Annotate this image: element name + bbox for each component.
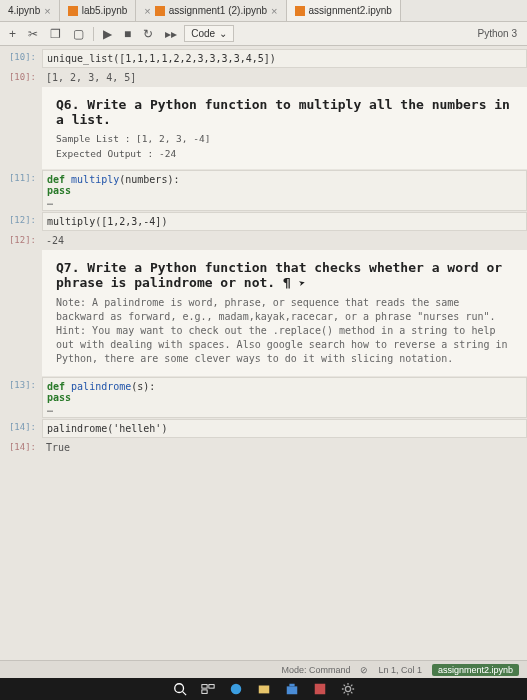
kernel-name[interactable]: Python 3	[478, 28, 523, 39]
cell-input[interactable]: palindrome('helleh')	[42, 419, 527, 438]
close-icon[interactable]: ×	[144, 5, 150, 17]
tab-4-ipynb[interactable]: 4.ipynb ×	[0, 0, 60, 21]
q6-sample-list: Sample List : [1, 2, 3, -4]	[56, 133, 513, 144]
cell-output: [1, 2, 3, 4, 5]	[42, 69, 527, 86]
out-prompt: [14]:	[0, 439, 42, 456]
svg-rect-6	[258, 686, 269, 694]
in-prompt: [12]:	[0, 212, 42, 231]
in-prompt: [14]:	[0, 419, 42, 438]
markdown-cell[interactable]: Q7. Write a Python function that checks …	[0, 250, 527, 376]
stop-button[interactable]: ■	[119, 25, 136, 43]
saved-icon: ⊘	[360, 665, 368, 675]
output-cell: [10]: [1, 2, 3, 4, 5]	[0, 69, 527, 86]
copy-button[interactable]: ❐	[45, 25, 66, 43]
run-all-button[interactable]: ▸▸	[160, 25, 182, 43]
output-cell: [14]: True	[0, 439, 527, 456]
files-icon[interactable]	[257, 682, 271, 696]
svg-rect-4	[201, 690, 206, 694]
edge-icon[interactable]	[229, 682, 243, 696]
cell-output: -24	[42, 232, 527, 249]
tab-assignment1-ipynb[interactable]: × assignment1 (2).ipynb ×	[136, 0, 286, 21]
cell-input[interactable]: def palindrome(s): pass …	[42, 377, 527, 418]
out-prompt: [10]:	[0, 69, 42, 86]
md-prompt	[0, 87, 42, 169]
separator	[93, 27, 94, 41]
svg-rect-7	[286, 686, 297, 694]
store-icon[interactable]	[285, 682, 299, 696]
code-cell[interactable]: [13]: def palindrome(s): pass …	[0, 377, 527, 418]
q7-heading: Q7. Write a Python function that checks …	[56, 260, 513, 290]
tab-bar: 4.ipynb × lab5.ipynb × assignment1 (2).i…	[0, 0, 527, 22]
svg-point-10	[345, 686, 350, 691]
settings-icon[interactable]	[341, 682, 355, 696]
notebook-icon	[155, 6, 165, 16]
notebook-icon	[295, 6, 305, 16]
close-icon[interactable]: ×	[271, 5, 277, 17]
tab-label: assignment1 (2).ipynb	[169, 5, 267, 16]
markdown-cell[interactable]: Q6. Write a Python function to multiply …	[0, 87, 527, 169]
svg-point-0	[174, 684, 183, 693]
code-cell[interactable]: [11]: def multiply(numbers): pass …	[0, 170, 527, 211]
cell-type-dropdown[interactable]: Code ⌄	[184, 25, 234, 42]
code-cell[interactable]: [12]: multiply([1,2,3,-4])	[0, 212, 527, 231]
restart-button[interactable]: ↻	[138, 25, 158, 43]
tab-label: lab5.ipynb	[82, 5, 128, 16]
q7-note: Note: A palindrome is word, phrase, or s…	[56, 296, 513, 366]
ellipsis-icon[interactable]: …	[47, 403, 518, 414]
tab-label: 4.ipynb	[8, 5, 40, 16]
svg-rect-8	[289, 684, 294, 687]
close-icon[interactable]: ×	[44, 5, 50, 17]
cursor-position: Ln 1, Col 1	[378, 665, 422, 675]
cut-button[interactable]: ✂	[23, 25, 43, 43]
svg-line-1	[182, 692, 186, 696]
code-cell[interactable]: [14]: palindrome('helleh')	[0, 419, 527, 438]
q6-expected-output: Expected Output : -24	[56, 148, 513, 159]
q6-heading: Q6. Write a Python function to multiply …	[56, 97, 513, 127]
out-prompt: [12]:	[0, 232, 42, 249]
add-cell-button[interactable]: +	[4, 25, 21, 43]
paste-button[interactable]: ▢	[68, 25, 89, 43]
svg-rect-2	[201, 685, 206, 689]
tab-lab5-ipynb[interactable]: lab5.ipynb	[60, 0, 137, 21]
toolbar: + ✂ ❐ ▢ ▶ ■ ↻ ▸▸ Code ⌄ Python 3	[0, 22, 527, 46]
cell-input[interactable]: multiply([1,2,3,-4])	[42, 212, 527, 231]
search-icon[interactable]	[173, 682, 187, 696]
chevron-down-icon: ⌄	[219, 28, 227, 39]
svg-point-5	[230, 684, 241, 695]
cell-type-label: Code	[191, 28, 215, 39]
cursor-icon: ➤	[297, 276, 307, 290]
notebook-area[interactable]: [10]: unique_list([1,1,1,1,2,2,3,3,3,3,4…	[0, 46, 527, 676]
svg-rect-3	[208, 685, 213, 689]
svg-rect-9	[314, 684, 325, 695]
md-prompt	[0, 250, 42, 376]
ellipsis-icon[interactable]: …	[47, 196, 518, 207]
output-cell: [12]: -24	[0, 232, 527, 249]
cell-output: True	[42, 439, 527, 456]
notebook-icon	[68, 6, 78, 16]
code-cell[interactable]: [10]: unique_list([1,1,1,1,2,2,3,3,3,3,4…	[0, 49, 527, 68]
in-prompt: [13]:	[0, 377, 42, 418]
app-icon[interactable]	[313, 682, 327, 696]
status-bar: Mode: Command ⊘ Ln 1, Col 1 assignment2.…	[0, 660, 527, 678]
mode-label: Mode: Command	[281, 665, 350, 675]
cell-input[interactable]: def multiply(numbers): pass …	[42, 170, 527, 211]
tab-assignment2-ipynb[interactable]: assignment2.ipynb	[287, 0, 401, 21]
tab-label: assignment2.ipynb	[309, 5, 392, 16]
task-view-icon[interactable]	[201, 682, 215, 696]
windows-taskbar[interactable]	[0, 678, 527, 700]
file-name-pill[interactable]: assignment2.ipynb	[432, 664, 519, 676]
in-prompt: [10]:	[0, 49, 42, 68]
run-button[interactable]: ▶	[98, 25, 117, 43]
in-prompt: [11]:	[0, 170, 42, 211]
cell-input[interactable]: unique_list([1,1,1,1,2,2,3,3,3,3,4,5])	[42, 49, 527, 68]
